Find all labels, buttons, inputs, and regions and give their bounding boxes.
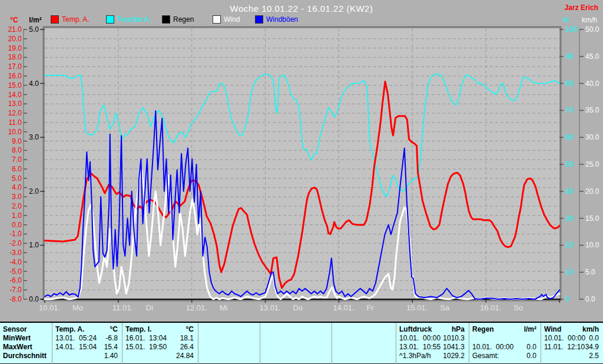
axis-tick-label: 40 [565, 187, 574, 196]
stats-value-row [335, 334, 392, 343]
axis-tick-label: 10.0 [585, 241, 599, 249]
axis-tick-label: 13.0 [8, 100, 22, 108]
axis-tick-label: -6.0 [9, 276, 22, 284]
axis-tick-label: -4.0 [9, 258, 22, 266]
axis-tick-label: Fr [366, 303, 374, 312]
axis-tick-label: 4.0 [12, 183, 22, 191]
stats-value-row [201, 334, 256, 343]
axis-tick-label: 25.0 [585, 160, 599, 168]
stats-value-row: 24.84 [125, 352, 194, 360]
axis-tick-label: 15.0 [585, 214, 599, 223]
axis-tick-label: Mo [72, 303, 83, 312]
axis-tick-label: 10.01. [39, 303, 60, 312]
stats-row-labels: SensorMinWertMaxWertDurchschnitt [0, 323, 52, 364]
stats-value-row: 2.5 [544, 352, 599, 360]
stats-column-header [201, 325, 256, 334]
axis-tick-label: 17.0 [8, 62, 22, 71]
stats-value-row [263, 334, 327, 343]
axis-tick-label: 9.0 [12, 137, 22, 145]
stats-value-row: 15.01. 19:5026.4 [125, 343, 194, 352]
axis-tick-label: Do [293, 303, 303, 312]
axis-tick-label: 50.0 [585, 25, 599, 34]
axis-tick-label: 12.0 [8, 109, 22, 117]
axis-tick-label: 60 [565, 133, 574, 141]
axis-tick-label: 6.0 [12, 165, 22, 173]
axis-tick-label: 0.0 [29, 295, 39, 303]
axis-tick-label: 0.0 [585, 295, 595, 303]
axis-tick-label: -1.0 [9, 230, 22, 238]
axis-tick-label: 19.0 [8, 44, 22, 52]
stats-column-header: Windkm/h [544, 325, 599, 334]
axis-tick-label: 16.0 [8, 72, 22, 80]
axis-tick-label: 20.0 [585, 187, 599, 196]
stats-column-header [335, 325, 392, 334]
stats-column-luftdruck: LuftdruckhPa10.01. 00:001010.313.01. 10:… [396, 323, 469, 364]
stats-row-label: Durchschnitt [3, 352, 48, 360]
axis-tick-label: -7.0 [9, 286, 22, 294]
stats-column-empty [332, 323, 396, 364]
stats-value-row [472, 334, 536, 343]
stats-value-row: 13.01. 05:24-6.8 [55, 334, 118, 343]
stats-value-row [335, 343, 392, 352]
axis-tick-label: -2.0 [9, 239, 22, 247]
stats-value-row: Gesamt:0.0 [472, 352, 536, 360]
stats-row-label: MaxWert [3, 343, 48, 352]
axis-tick-label: 15.0 [8, 81, 22, 90]
stats-column-temp-a-: Temp. A.°C13.01. 05:24-6.814.01. 15:0415… [52, 323, 122, 364]
axis-tick-label: 14.01. [333, 303, 354, 312]
axis-tick-label: 3.0 [29, 133, 39, 141]
stats-column-empty [198, 323, 260, 364]
stats-value-row: 14.01. 15:0415.4 [55, 343, 118, 352]
stats-row-label: Sensor [3, 325, 48, 334]
stats-column-header: Temp. A.°C [55, 325, 118, 334]
axis-tick-label: Di [146, 303, 153, 312]
stats-column-header: Regenl/m² [472, 325, 536, 334]
axis-tick-label: 20 [565, 241, 574, 249]
axis-tick-label: 100 [565, 25, 577, 34]
axis-tick-label: 12.01. [186, 303, 207, 312]
axis-tick-label: 13.01. [260, 303, 281, 312]
axis-tick-label: 30.0 [585, 133, 599, 141]
axis-tick-label: 15.01. [406, 303, 428, 312]
axis-tick-label: 18.0 [8, 53, 22, 61]
axis-tick-label: 45.0 [585, 52, 599, 61]
axis-tick-label: 10 [565, 268, 574, 276]
stats-column-header: LuftdruckhPa [399, 325, 465, 334]
axis-tick-label: 0.0 [12, 221, 22, 229]
stats-column-empty [260, 323, 332, 364]
axis-tick-label: 1.0 [29, 241, 39, 249]
stats-value-row [335, 352, 392, 360]
axis-tick-label: Sa [440, 303, 450, 312]
axis-tick-label: 11.0 [9, 118, 22, 127]
axis-tick-label: 80 [565, 80, 574, 88]
stats-value-row [201, 343, 256, 352]
axis-tick-label: -5.0 [9, 267, 22, 276]
axis-tick-label: 0 [565, 295, 569, 303]
axis-tick-label: 8.0 [12, 146, 22, 154]
stats-column-regen: Regenl/m²10.01. 00:000.0Gesamt:0.0 [469, 323, 541, 364]
axis-tick-label: 70 [565, 106, 574, 114]
axis-tick-label: 21.0 [8, 25, 22, 34]
stats-value-row: 10.01. 00:000.0 [544, 334, 599, 343]
axis-tick-label: Mi [220, 303, 228, 312]
axis-tick-label: 7.0 [12, 155, 22, 164]
axis-tick-label: 2.0 [12, 202, 22, 210]
stats-value-row [201, 352, 256, 360]
stats-value-row: 10.01. 00:000.0 [472, 343, 536, 352]
stats-value-row: ^1.3hPa/h1029.2 [399, 352, 465, 360]
axis-tick-label: 4.0 [29, 80, 39, 88]
stats-value-row [263, 343, 327, 352]
stats-value-row: 11.01. 12:1034.9 [544, 343, 599, 352]
axis-tick-label: 2.0 [29, 187, 39, 196]
weather-chart: 21.020.019.018.017.016.015.014.013.012.0… [0, 0, 603, 321]
axis-tick-label: -3.0 [9, 249, 22, 257]
axis-tick-label: 35.0 [585, 106, 599, 114]
stats-column-header: Temp. I.°C [125, 325, 194, 334]
stats-column-temp-i-: Temp. I.°C16.01. 13:0418.115.01. 19:5026… [122, 323, 198, 364]
stats-row-label: MinWert [3, 334, 48, 343]
axis-tick-label: So [513, 303, 523, 312]
axis-tick-label: 11.01. [112, 303, 133, 312]
axis-tick-label: 5.0 [585, 268, 595, 276]
stats-table: SensorMinWertMaxWertDurchschnittTemp. A.… [0, 322, 603, 364]
axis-tick-label: 50 [565, 160, 574, 168]
